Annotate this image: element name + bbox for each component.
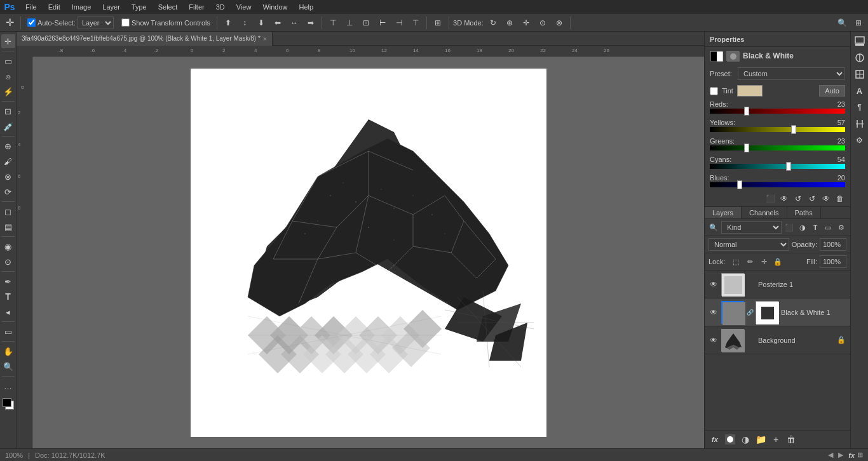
tab-channels[interactable]: Channels <box>742 207 787 218</box>
brush-tool[interactable]: 🖌 <box>1 154 15 168</box>
menu-layer[interactable]: Layer <box>97 2 125 12</box>
status-arrow-left[interactable]: ◀ <box>828 451 833 459</box>
layer-eye-background[interactable]: 👁 <box>709 335 719 345</box>
prop-icon-reset[interactable]: ↺ <box>793 194 803 204</box>
filter-smart-icon[interactable]: ⚙ <box>836 222 846 233</box>
more-tools-btn[interactable]: … <box>1 379 15 393</box>
lock-pixels-icon[interactable]: ✏ <box>744 256 756 267</box>
lock-all-icon[interactable]: 🔒 <box>772 256 783 267</box>
path-select-tool[interactable]: ◂ <box>1 305 15 319</box>
layer-item-bw[interactable]: 👁 🔗 Black & White 1 <box>705 298 850 326</box>
document-tab[interactable]: 3fa490a6263e8c4497ee1fbffeb4a675.jpg @ 1… <box>17 32 273 46</box>
distribute-hcenter-btn[interactable]: ⊣ <box>392 16 406 30</box>
zoom-tool[interactable]: 🔍 <box>1 359 15 373</box>
prop-icon-delete[interactable]: 🗑 <box>835 194 845 204</box>
filter-adjust-icon[interactable]: ◑ <box>797 222 808 233</box>
3d-slide-btn[interactable]: ⊙ <box>536 16 550 30</box>
3d-scale-btn[interactable]: ⊗ <box>552 16 566 30</box>
crop-tool[interactable]: ⊡ <box>1 104 15 118</box>
align-bottom-btn[interactable]: ⬇ <box>254 16 268 30</box>
foreground-color-swatch[interactable] <box>3 398 11 407</box>
menu-edit[interactable]: Edit <box>43 2 65 12</box>
history-brush-tool[interactable]: ⟳ <box>1 185 15 199</box>
menu-file[interactable]: File <box>20 2 42 12</box>
fill-input[interactable] <box>820 255 846 268</box>
align-top-btn[interactable]: ⬆ <box>221 16 235 30</box>
menu-help[interactable]: Help <box>294 2 319 12</box>
pen-tool[interactable]: ✒ <box>1 274 15 288</box>
distribute-vcenter-btn[interactable]: ⊥ <box>342 16 356 30</box>
auto-select-checkbox[interactable] <box>27 18 36 27</box>
workspace-btn[interactable]: ⊞ <box>851 16 865 30</box>
layer-eye-bw[interactable]: 👁 <box>709 307 719 317</box>
type-tool[interactable]: T <box>1 290 15 304</box>
align-vcenter-btn[interactable]: ↕ <box>238 16 252 30</box>
tint-checkbox[interactable] <box>710 87 718 95</box>
align-left-btn[interactable]: ⬅ <box>271 16 285 30</box>
show-transform-checkbox[interactable] <box>121 18 130 27</box>
layer-folder-btn[interactable]: 📁 <box>754 433 767 446</box>
distribute-top-btn[interactable]: ⊤ <box>326 16 340 30</box>
dodge-tool[interactable]: ⊙ <box>1 255 15 269</box>
lock-transparent-icon[interactable]: ⬚ <box>730 256 742 267</box>
menu-window[interactable]: Window <box>257 2 292 12</box>
3d-pan-btn[interactable]: ✛ <box>519 16 533 30</box>
cyans-slider-track[interactable] <box>710 164 845 169</box>
reds-slider-thumb[interactable] <box>744 107 749 116</box>
distribute-right-btn[interactable]: ⊤ <box>409 16 423 30</box>
eraser-tool[interactable]: ◻ <box>1 204 15 218</box>
3d-roll-btn[interactable]: ⊕ <box>503 16 517 30</box>
menu-view[interactable]: View <box>231 2 257 12</box>
filter-type-icon[interactable]: T <box>810 222 820 233</box>
align-right-btn[interactable]: ➡ <box>304 16 318 30</box>
eyedropper-tool[interactable]: 💉 <box>1 119 15 133</box>
fx-btn-bottom[interactable]: fx <box>848 451 855 459</box>
hand-tool[interactable]: ✋ <box>1 344 15 358</box>
tint-color-swatch[interactable] <box>737 85 763 97</box>
layers-filter-select[interactable]: Kind Name Effect Mode Attribute Color Sm… <box>721 221 782 234</box>
greens-slider-thumb[interactable] <box>744 144 749 152</box>
align-hcenter-btn[interactable]: ↔ <box>287 16 301 30</box>
doc-tab-close-btn[interactable]: × <box>263 35 267 43</box>
search-btn[interactable]: 🔍 <box>835 16 849 30</box>
panel-icon-2[interactable] <box>853 51 867 65</box>
arrange-btn[interactable]: ⊞ <box>431 16 445 30</box>
blues-slider-track[interactable] <box>710 182 845 187</box>
blend-mode-select[interactable]: Normal Multiply Screen Overlay <box>709 238 789 251</box>
layer-item-background[interactable]: 👁 Background 🔒 <box>705 326 850 354</box>
panel-icon-1[interactable] <box>853 34 867 48</box>
layer-item-posterize[interactable]: 👁 Posterize 1 <box>705 271 850 298</box>
auto-select-dropdown[interactable]: Layer Group <box>78 17 114 29</box>
distribute-left-btn[interactable]: ⊢ <box>376 16 390 30</box>
blues-slider-thumb[interactable] <box>737 180 742 189</box>
reds-slider-track[interactable] <box>710 109 845 114</box>
prop-icon-clip[interactable]: ↺ <box>807 194 817 204</box>
preset-select[interactable]: Custom Default High Contrast Blue Filter… <box>738 67 845 80</box>
layer-new-btn[interactable]: + <box>770 433 782 446</box>
filter-shape-icon[interactable]: ▭ <box>823 222 833 233</box>
shape-tool[interactable]: ▭ <box>1 324 15 338</box>
props-btn-bottom[interactable]: ⊞ <box>857 451 863 459</box>
menu-type[interactable]: Type <box>126 2 152 12</box>
quick-select-tool[interactable]: ⚡ <box>1 84 15 98</box>
lasso-tool[interactable]: ⌾ <box>1 69 15 83</box>
yellows-slider-track[interactable] <box>710 127 845 132</box>
greens-slider-track[interactable] <box>710 145 845 150</box>
panel-icon-5[interactable]: ¶ <box>853 100 867 114</box>
layer-eye-posterize[interactable]: 👁 <box>709 279 719 290</box>
layer-fx-btn[interactable]: fx <box>709 433 721 446</box>
tab-layers[interactable]: Layers <box>705 207 742 218</box>
prop-icon-1[interactable]: ⬛ <box>765 194 775 204</box>
menu-select[interactable]: Select <box>153 2 183 12</box>
menu-filter[interactable]: Filter <box>184 2 209 12</box>
panel-icon-3[interactable] <box>853 67 867 81</box>
distribute-bottom-btn[interactable]: ⊡ <box>359 16 373 30</box>
panel-icon-7[interactable]: ⚙ <box>853 133 867 147</box>
panel-icon-4[interactable]: A <box>853 84 867 98</box>
3d-rotate-btn[interactable]: ↻ <box>486 16 500 30</box>
blur-tool[interactable]: ◉ <box>1 239 15 253</box>
menu-image[interactable]: Image <box>67 2 97 12</box>
gradient-tool[interactable]: ▤ <box>1 220 15 234</box>
panel-icon-6[interactable] <box>853 117 867 131</box>
layer-delete-btn[interactable]: 🗑 <box>785 433 797 446</box>
